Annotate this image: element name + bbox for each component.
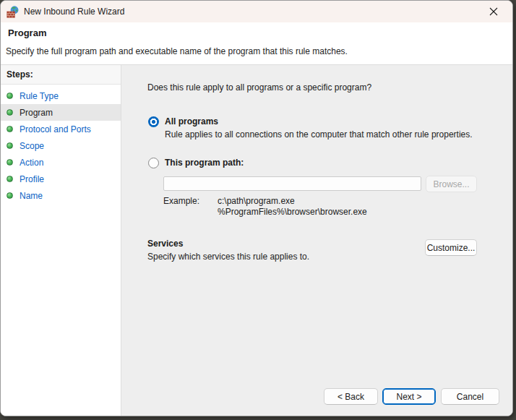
step-label: Scope <box>20 141 44 151</box>
example-line-1: c:\path\program.exe <box>218 196 367 207</box>
step-item-profile[interactable]: Profile <box>1 171 121 187</box>
step-label: Program <box>20 108 53 118</box>
example-label: Example: <box>163 196 199 206</box>
program-path-input[interactable] <box>163 176 421 191</box>
green-dot-icon <box>7 93 13 99</box>
step-item-action[interactable]: Action <box>1 154 121 171</box>
step-label: Action <box>20 158 43 168</box>
step-label: Protocol and Ports <box>20 124 91 134</box>
all-programs-label[interactable]: All programs <box>165 116 218 127</box>
green-dot-icon <box>7 142 13 149</box>
wizard-window: New Inbound Rule Wizard Program Specify … <box>0 0 513 416</box>
wizard-header: Program Specify the full program path an… <box>1 22 512 65</box>
program-path-label[interactable]: This program path: <box>165 158 244 168</box>
page-subtitle: Specify the full program path and execut… <box>1 46 512 56</box>
steps-heading: Steps: <box>1 65 121 85</box>
steps-list: Rule Type Program Protocol and Ports Sco… <box>1 85 121 204</box>
green-dot-icon <box>7 109 13 116</box>
window-title: New Inbound Rule Wizard <box>24 7 124 17</box>
services-title: Services <box>147 239 183 249</box>
firewall-icon <box>7 6 19 18</box>
green-dot-icon <box>7 159 13 166</box>
services-description: Specify which services this rule applies… <box>147 252 309 262</box>
program-path-radio[interactable] <box>148 158 159 168</box>
step-label: Rule Type <box>20 91 59 101</box>
green-dot-icon <box>7 176 13 182</box>
green-dot-icon <box>7 126 13 132</box>
wizard-body: Steps: Rule Type Program Protocol and Po… <box>1 65 512 416</box>
steps-panel: Steps: Rule Type Program Protocol and Po… <box>1 65 121 416</box>
titlebar: New Inbound Rule Wizard <box>1 1 512 22</box>
step-label: Name <box>20 191 43 201</box>
step-item-scope[interactable]: Scope <box>1 137 121 154</box>
page-title: Program <box>1 27 512 38</box>
customize-button[interactable]: Customize... <box>425 239 477 256</box>
back-button[interactable]: < Back <box>324 388 378 405</box>
step-item-name[interactable]: Name <box>1 187 121 204</box>
question-text: Does this rule apply to all programs or … <box>147 82 371 93</box>
close-button[interactable] <box>478 1 509 22</box>
step-item-rule-type[interactable]: Rule Type <box>1 87 121 104</box>
step-label: Profile <box>20 174 44 184</box>
main-panel: Does this rule apply to all programs or … <box>121 65 512 416</box>
green-dot-icon <box>7 192 13 199</box>
step-item-protocol-and-ports[interactable]: Protocol and Ports <box>1 121 121 137</box>
all-programs-description: Rule applies to all connections on the c… <box>165 129 473 140</box>
cancel-button[interactable]: Cancel <box>441 388 499 405</box>
close-icon <box>489 7 498 16</box>
example-lines: c:\path\program.exe %ProgramFiles%\brows… <box>218 196 367 218</box>
next-button[interactable]: Next > <box>382 388 436 405</box>
example-line-2: %ProgramFiles%\browser\browser.exe <box>218 207 367 218</box>
all-programs-radio[interactable] <box>148 116 159 127</box>
step-item-program[interactable]: Program <box>1 104 121 121</box>
browse-button[interactable]: Browse... <box>426 176 477 192</box>
